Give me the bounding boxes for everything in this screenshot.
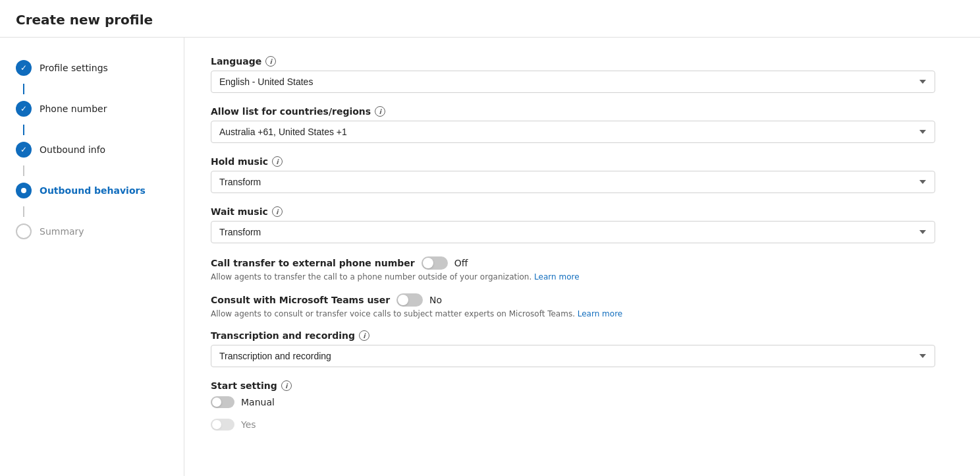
wait-music-dropdown-wrapper: Transform Default None (211, 221, 935, 243)
start-setting-thumb (212, 398, 221, 407)
allow-list-info-icon[interactable]: i (375, 106, 385, 117)
allow-agents-track (211, 419, 234, 431)
step-label-phone-number: Phone number (40, 104, 107, 114)
step-label-outbound-behaviors: Outbound behaviors (40, 185, 146, 196)
consult-teams-learn-more[interactable]: Learn more (578, 309, 622, 318)
content-area: Language i English - United States Allow… (184, 38, 980, 476)
hold-music-info-icon[interactable]: i (272, 156, 283, 167)
step-label-profile-settings: Profile settings (40, 63, 108, 73)
sidebar-item-phone-number[interactable]: ✓ Phone number (11, 94, 173, 123)
start-setting-info-icon[interactable]: i (281, 380, 292, 391)
consult-teams-status: No (429, 295, 442, 305)
start-setting-toggle[interactable] (211, 396, 234, 408)
transcription-label: Transcription and recording i (211, 330, 935, 341)
call-transfer-thumb (423, 258, 433, 268)
start-setting-field: Start setting i Manual (211, 380, 935, 408)
transcription-select[interactable]: Transcription and recording Transcriptio… (211, 345, 935, 367)
allow-list-dropdown-wrapper: Australia +61, United States +1 (211, 121, 935, 143)
step-circle-outbound-info: ✓ (16, 142, 32, 158)
call-transfer-learn-more[interactable]: Learn more (534, 272, 579, 282)
consult-teams-track (396, 293, 423, 307)
step-label-outbound-info: Outbound info (40, 144, 105, 155)
check-icon-2: ✓ (20, 104, 27, 113)
consult-teams-desc-text: Allow agents to consult or transfer voic… (211, 309, 578, 318)
hold-music-label: Hold music i (211, 156, 935, 167)
allow-list-select[interactable]: Australia +61, United States +1 (211, 121, 935, 143)
sidebar-item-profile-settings[interactable]: ✓ Profile settings (11, 53, 173, 82)
call-transfer-track (422, 256, 448, 270)
allow-agents-field: Yes (211, 419, 935, 431)
start-setting-status: Manual (241, 397, 275, 407)
allow-list-label-text: Allow list for countries/regions (211, 106, 371, 117)
step-circle-profile-settings: ✓ (16, 60, 32, 76)
step-connector-2 (23, 125, 24, 135)
consult-teams-field: Consult with Microsoft Teams user No All… (211, 293, 935, 318)
allow-list-field: Allow list for countries/regions i Austr… (211, 106, 935, 143)
step-circle-summary (16, 223, 32, 239)
call-transfer-field: Call transfer to external phone number O… (211, 256, 935, 282)
main-layout: ✓ Profile settings ✓ Phone number ✓ Outb… (0, 38, 980, 476)
consult-teams-thumb (398, 295, 408, 305)
step-connector-1 (23, 84, 24, 94)
wait-music-label-text: Wait music (211, 206, 268, 217)
call-transfer-status: Off (454, 258, 468, 268)
language-dropdown-wrapper: English - United States (211, 71, 935, 93)
page-header: Create new profile (0, 0, 980, 38)
start-setting-label-row: Start setting i (211, 380, 935, 391)
start-setting-toggle-row: Manual (211, 396, 935, 408)
check-icon: ✓ (20, 63, 27, 73)
step-circle-phone-number: ✓ (16, 101, 32, 117)
step-dot (21, 188, 26, 193)
hold-music-select[interactable]: Transform Default None (211, 171, 935, 193)
transcription-label-text: Transcription and recording (211, 330, 355, 341)
wait-music-label: Wait music i (211, 206, 935, 217)
language-label: Language i (211, 56, 935, 67)
start-setting-track (211, 396, 234, 408)
call-transfer-desc-text: Allow agents to transfer the call to a p… (211, 272, 534, 282)
call-transfer-description: Allow agents to transfer the call to a p… (211, 272, 935, 282)
call-transfer-toggle[interactable] (422, 256, 448, 270)
consult-teams-toggle[interactable] (396, 293, 423, 307)
sidebar: ✓ Profile settings ✓ Phone number ✓ Outb… (0, 38, 184, 476)
start-setting-label: Start setting (211, 380, 277, 391)
consult-teams-label: Consult with Microsoft Teams user (211, 295, 390, 305)
sidebar-item-outbound-behaviors[interactable]: Outbound behaviors (11, 176, 173, 205)
allow-list-label: Allow list for countries/regions i (211, 106, 935, 117)
hold-music-dropdown-wrapper: Transform Default None (211, 171, 935, 193)
transcription-info-icon[interactable]: i (359, 330, 369, 341)
language-info-icon[interactable]: i (265, 56, 276, 67)
consult-teams-description: Allow agents to consult or transfer voic… (211, 309, 935, 318)
call-transfer-label: Call transfer to external phone number (211, 258, 415, 268)
language-select[interactable]: English - United States (211, 71, 935, 93)
transcription-field: Transcription and recording i Transcript… (211, 330, 935, 367)
language-label-text: Language (211, 56, 261, 67)
check-icon-3: ✓ (20, 145, 27, 154)
consult-teams-toggle-row: Consult with Microsoft Teams user No (211, 293, 935, 307)
step-connector-4 (23, 206, 24, 217)
hold-music-field: Hold music i Transform Default None (211, 156, 935, 193)
language-field: Language i English - United States (211, 56, 935, 93)
wait-music-field: Wait music i Transform Default None (211, 206, 935, 243)
wait-music-select[interactable]: Transform Default None (211, 221, 935, 243)
step-connector-3 (23, 165, 24, 176)
sidebar-item-summary[interactable]: Summary (11, 217, 173, 246)
allow-agents-thumb (212, 420, 221, 429)
wait-music-info-icon[interactable]: i (272, 206, 283, 217)
hold-music-label-text: Hold music (211, 156, 268, 167)
allow-agents-label: Yes (241, 419, 256, 430)
allow-agents-toggle (211, 419, 234, 431)
page-title: Create new profile (16, 12, 964, 28)
sidebar-item-outbound-info[interactable]: ✓ Outbound info (11, 135, 173, 164)
step-label-summary: Summary (40, 226, 84, 237)
transcription-dropdown-wrapper: Transcription and recording Transcriptio… (211, 345, 935, 367)
step-circle-outbound-behaviors (16, 183, 32, 198)
form-section: Language i English - United States Allow… (211, 56, 935, 431)
call-transfer-toggle-row: Call transfer to external phone number O… (211, 256, 935, 270)
